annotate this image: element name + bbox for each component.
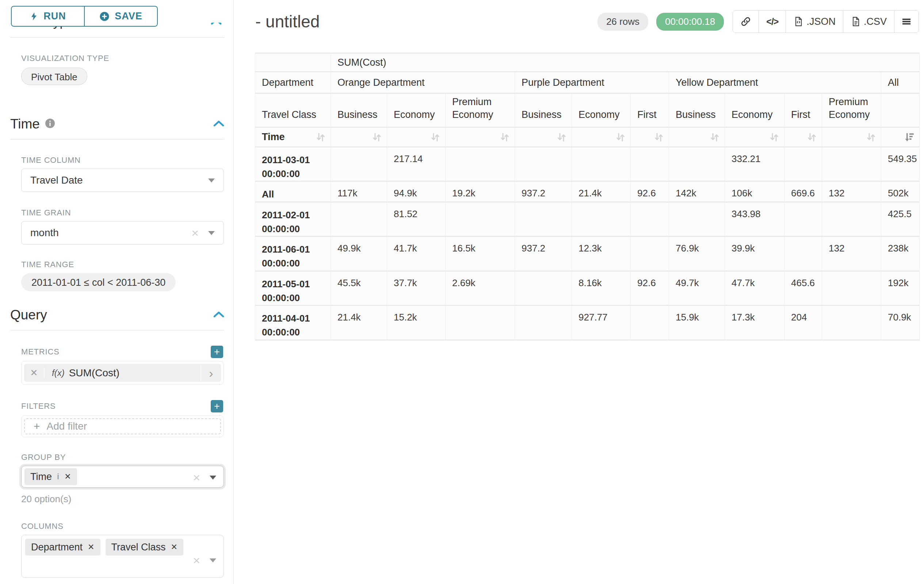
sort-icon[interactable]: [499, 132, 510, 143]
pivot-cell: [572, 202, 631, 237]
pivot-corner-cell: [255, 53, 331, 72]
pivot-cell: [515, 271, 572, 306]
chip-close-icon[interactable]: ✕: [64, 472, 71, 482]
pivot-column-header: Economy: [387, 94, 446, 128]
clear-x-icon[interactable]: ×: [193, 554, 200, 566]
pivot-cell: [784, 237, 822, 271]
menu-button[interactable]: [894, 11, 919, 33]
pivot-cell: 39.9k: [725, 237, 784, 271]
pivot-cell: [631, 202, 669, 237]
time-column-select[interactable]: Travel Date: [21, 169, 224, 192]
visualization-type-value[interactable]: Pivot Table: [21, 67, 87, 85]
short-link-button[interactable]: [733, 11, 759, 33]
pivot-cell: 332.21: [725, 148, 784, 182]
chevron-up-icon[interactable]: [213, 120, 224, 128]
pivot-column-header: Economy: [725, 94, 784, 128]
chip-label: Time: [30, 471, 52, 482]
chart-main-area: - untitled 26 rows 00:00:00.18 </> .JSON: [234, 0, 924, 584]
pivot-row-header: 2011-02-01 00:00:00: [255, 202, 331, 237]
pivot-column-header: Business: [331, 94, 387, 128]
query-section-header: Query: [10, 307, 224, 322]
control-panel-sidebar: Chart Type RUN SAVE VISUALIZATION TYPE P…: [0, 0, 234, 584]
pivot-cell: 238k: [881, 237, 920, 271]
pivot-cell: 49.7k: [669, 271, 725, 306]
filters-label: FILTERS: [21, 401, 56, 411]
link-icon: [740, 16, 751, 27]
pivot-column-group-header: Yellow Department: [669, 72, 881, 94]
sort-icon[interactable]: [769, 132, 780, 143]
time-section-header: Time: [10, 117, 224, 132]
pivot-cell: 204: [784, 306, 822, 340]
table-row: 2011-06-01 00:00:0049.9k41.7k16.5k937.21…: [255, 237, 920, 271]
sort-icon[interactable]: [653, 132, 664, 143]
chevron-right-icon[interactable]: ›: [201, 365, 221, 381]
chart-title[interactable]: - untitled: [255, 12, 320, 31]
time-column-label: TIME COLUMN: [21, 155, 233, 165]
pivot-cell: 937.2: [515, 182, 572, 202]
clear-x-icon[interactable]: ×: [193, 471, 200, 484]
embed-code-button[interactable]: </>: [759, 11, 785, 33]
sort-icon[interactable]: [709, 132, 720, 143]
json-label: .JSON: [807, 16, 836, 27]
group-by-select[interactable]: Time i ✕ ×: [21, 466, 224, 488]
sort-icon[interactable]: [615, 132, 626, 143]
metric-chip[interactable]: ✕ f(x) SUM(Cost) ›: [24, 364, 221, 382]
export-toolbar: </> .JSON .CSV: [733, 10, 919, 33]
section-divider: [10, 139, 224, 140]
run-button[interactable]: RUN: [12, 7, 84, 26]
pivot-cell: 16.5k: [446, 237, 515, 271]
pivot-cell: 502k: [881, 182, 920, 202]
json-file-icon: [793, 16, 804, 27]
columns-select[interactable]: Department ✕ Travel Class ✕ ×: [21, 535, 224, 578]
metrics-header-row: METRICS +: [21, 345, 223, 358]
chevron-up-icon[interactable]: [213, 311, 224, 319]
pivot-column-group-header: Purple Department: [515, 72, 669, 94]
caret-down-icon: [208, 231, 215, 235]
add-filter-plus-button[interactable]: +: [211, 400, 223, 413]
sort-icon[interactable]: [556, 132, 567, 143]
sort-icon[interactable]: [371, 132, 383, 143]
chip-label: Travel Class: [111, 542, 166, 553]
save-button[interactable]: SAVE: [84, 7, 157, 26]
plus-icon: +: [34, 420, 40, 433]
sort-desc-icon[interactable]: [904, 132, 915, 143]
export-json-button[interactable]: .JSON: [785, 11, 843, 33]
group-by-label: GROUP BY: [21, 452, 233, 462]
pivot-cell: [446, 148, 515, 182]
export-csv-button[interactable]: .CSV: [843, 11, 894, 33]
pivot-cell: 15.9k: [669, 306, 725, 340]
time-grain-select[interactable]: month ×: [21, 221, 224, 245]
chip-close-icon[interactable]: ✕: [171, 542, 178, 552]
add-filter-button[interactable]: + Add filter: [24, 418, 221, 434]
sort-icon[interactable]: [807, 132, 817, 143]
pivot-column-header: Business: [669, 94, 725, 128]
pivot-row-header: 2011-06-01 00:00:00: [255, 237, 331, 271]
clear-x-icon[interactable]: ×: [191, 227, 199, 239]
remove-metric-icon[interactable]: ✕: [24, 368, 45, 378]
query-section-title: Query: [10, 307, 47, 322]
pivot-time-label: Time: [262, 132, 285, 143]
add-metric-button[interactable]: +: [211, 345, 223, 358]
pivot-row-header: All: [255, 182, 331, 202]
pivot-cell: 94.9k: [387, 182, 446, 202]
sort-icon[interactable]: [315, 132, 326, 143]
caret-down-icon: [210, 475, 216, 480]
pivot-cell: 132: [822, 182, 881, 202]
group-by-chip: Time i ✕: [25, 468, 77, 485]
visualization-type-label: VISUALIZATION TYPE: [21, 54, 233, 63]
pivot-cell: 45.5k: [331, 271, 387, 306]
pivot-cell: 142k: [669, 182, 725, 202]
sort-icon[interactable]: [866, 132, 876, 143]
pivot-cell: [822, 271, 881, 306]
pivot-cell: 669.6: [784, 182, 822, 202]
save-plus-circle-icon: [99, 12, 110, 21]
pivot-cell: 106k: [725, 182, 784, 202]
chip-close-icon[interactable]: ✕: [87, 542, 94, 552]
sort-icon[interactable]: [430, 132, 441, 143]
table-row: 2011-04-01 00:00:0021.4k15.2k927.7715.9k…: [255, 306, 920, 340]
pivot-cell: 8.16k: [572, 271, 631, 306]
time-section-title: Time: [10, 117, 40, 132]
time-range-label: TIME RANGE: [21, 260, 233, 269]
time-range-value[interactable]: 2011-01-01 ≤ col < 2011-06-30: [21, 273, 176, 291]
group-by-options-hint: 20 option(s): [21, 494, 233, 505]
